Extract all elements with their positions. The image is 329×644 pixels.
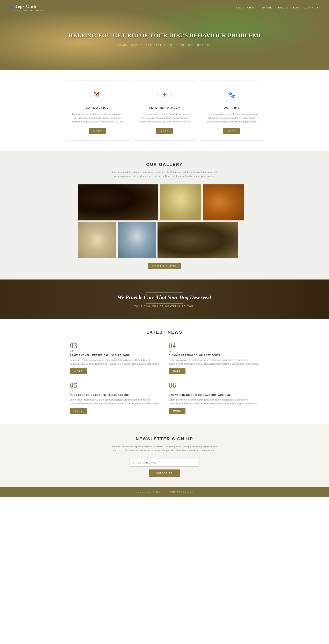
promo-banner: We Provide Care That Your Dog Deserves! …: [0, 280, 329, 318]
news-text-2: Lorem ipsum dolor sit amet, aterm come c…: [169, 358, 259, 366]
news-title-2: QUISQUE PRETIUM DOLOR EGET PORTA: [169, 354, 220, 356]
news-day-1: 03: [70, 342, 77, 349]
newsletter-section: NEWSLETTER SIGN UP Praesent vel ultrices…: [0, 424, 329, 487]
view-all-photos-button[interactable]: VIEW ALL PHOTOS: [148, 263, 181, 269]
news-text-4: Lorem ipsum dolor sit amet, aterm come c…: [169, 398, 259, 406]
news-item-3: 05 03 NUNC EGET ODIO LOBORTIS TELLUS LUC…: [70, 382, 160, 414]
hero-section: 🐾 Dogs Club A SITE FOR DOG LOVERS HOME /…: [0, 0, 329, 70]
gallery-image-4[interactable]: [78, 222, 116, 258]
nav-contacts[interactable]: CONTACTS: [303, 6, 321, 9]
newsletter-title: NEWSLETTER SIGN UP: [8, 436, 321, 441]
news-text-1: Lorem ipsum dolor sit amet, aterm come c…: [70, 358, 160, 366]
tips-paw-icon: 🐾: [225, 88, 239, 102]
news-more-button-4[interactable]: MORE: [169, 408, 185, 414]
vet-help-card: ✚ VETERINARY HELP Lorem ipsum dolor sit …: [133, 80, 196, 140]
care-advice-text: Lorem ipsum dolor sit amet, csectioetur …: [71, 112, 124, 124]
nav-breeds[interactable]: BREEDS: [276, 6, 290, 9]
privacy-policy-link[interactable]: PRIVACY POLICY: [170, 491, 193, 493]
vet-help-title: VETERINARY HELP: [138, 106, 191, 109]
banner-top-line: [146, 292, 183, 293]
news-day-3: 05: [70, 382, 77, 389]
news-item-2: 04 03 QUISQUE PRETIUM DOLOR EGET PORTA L…: [169, 342, 259, 374]
care-advice-more-button[interactable]: MORE: [89, 128, 106, 134]
news-date-4: 06 03: [169, 382, 176, 392]
nav-training[interactable]: TRAINING: [259, 6, 275, 9]
gallery-description: Lorem ipsum dolor sit amet, consectetur …: [107, 170, 222, 178]
news-date-3: 05 03: [70, 382, 77, 392]
dog-icon: 🐕: [90, 88, 104, 102]
main-navigation: 🐾 Dogs Club A SITE FOR DOG LOVERS HOME /…: [0, 0, 329, 15]
news-item-4: 06 03 NAM VENENATIS ORCI QUIS AUCTOR FAU…: [169, 382, 259, 414]
our-tips-title: OUR TIPS: [205, 106, 258, 109]
gallery-image-5[interactable]: [118, 222, 156, 258]
site-footer: DOGS CLUB © 2014 | PRIVACY POLICY: [0, 487, 329, 497]
news-month-3: 03: [70, 389, 73, 392]
our-tips-card: 🐾 OUR TIPS Lorem ipsum dolor sit amet, c…: [200, 80, 263, 140]
newsletter-form: SUBSCRIBE: [8, 459, 321, 477]
banner-title: We Provide Care That Your Dog Deserves!: [118, 294, 212, 300]
banner-bottom-line: [146, 303, 183, 304]
newsletter-description: Praesent vel ultrices sapien. Phasellus …: [109, 444, 220, 452]
vet-help-more-button[interactable]: MORE: [156, 128, 173, 134]
cross-icon: ✚: [157, 88, 172, 102]
services-section: 🐕 CARE ADVICE Lorem ipsum dolor sit amet…: [0, 70, 329, 151]
news-title-4: NAM VENENATIS ORCI QUIS AUCTOR FAUCIBUS.: [169, 394, 231, 396]
logo[interactable]: 🐾 Dogs Club A SITE FOR DOG LOVERS: [8, 4, 44, 12]
logo-tagline: A SITE FOR DOG LOVERS: [14, 10, 44, 12]
news-item-1: 03 03 PRAESENT VELL MEETER CALL SCELERIS…: [70, 342, 160, 374]
services-grid: 🐕 CARE ADVICE Lorem ipsum dolor sit amet…: [66, 80, 263, 140]
news-section: LATEST NEWS 03 03 PRAESENT VELL MEETER C…: [0, 318, 329, 424]
paw-icon: 🐾: [8, 4, 13, 9]
gallery-image-1[interactable]: [78, 184, 158, 220]
subscribe-button[interactable]: SUBSCRIBE: [149, 470, 180, 477]
our-tips-more-button[interactable]: MORE: [223, 128, 240, 134]
nav-links: HOME / ABOUT / TRAINING / BREEDS / BLOG …: [233, 6, 321, 9]
news-month-1: 03: [70, 349, 73, 352]
gallery-title: OUR GALLERY: [8, 162, 321, 167]
news-title-3: NUNC EGET ODIO LOBORTIS TELLUS LUCTUS: [70, 394, 129, 396]
news-more-button-1[interactable]: MORE: [70, 368, 87, 374]
vet-help-text: Lorem ipsum dolor sit amet, csectioetur …: [138, 112, 191, 124]
footer-separator: |: [166, 491, 166, 493]
banner-subtitle: Your dog will be grateful to you!: [134, 305, 195, 308]
news-more-button-3[interactable]: MORE: [70, 408, 87, 414]
news-title-1: PRAESENT VELL MEETER CALL SCELERISQUE.: [70, 354, 131, 356]
gallery-image-6[interactable]: [158, 222, 238, 258]
news-text-3: Lorem ipsum dolor sit amet, aterm come c…: [70, 398, 160, 406]
gallery-row-1: [78, 184, 251, 220]
gallery-image-3[interactable]: [203, 184, 244, 220]
gallery-grid: [78, 184, 251, 258]
email-input[interactable]: [130, 459, 199, 466]
news-title: LATEST NEWS: [12, 330, 317, 335]
news-date-2: 04 03: [169, 342, 176, 352]
nav-home[interactable]: HOME: [233, 6, 244, 9]
logo-name: 🐾 Dogs Club: [8, 4, 44, 9]
care-advice-title: CARE ADVICE: [71, 106, 124, 109]
news-more-button-2[interactable]: MORE: [169, 368, 185, 374]
gallery-section: OUR GALLERY Lorem ipsum dolor sit amet, …: [0, 151, 329, 280]
news-column-left: 03 03 PRAESENT VELL MEETER CALL SCELERIS…: [70, 342, 160, 414]
copyright-text: DOGS CLUB © 2014: [136, 491, 162, 493]
care-advice-card: 🐕 CARE ADVICE Lorem ipsum dolor sit amet…: [66, 80, 129, 140]
news-date-1: 03 03: [70, 342, 77, 352]
gallery-image-2[interactable]: [160, 184, 201, 220]
hero-subtitle: Learn how to take care about your dog's …: [68, 44, 261, 46]
hero-title: Helping you get rid of your dog's behavi…: [68, 32, 261, 39]
hero-content: Helping you get rid of your dog's behavi…: [68, 32, 261, 46]
news-month-4: 03: [169, 389, 171, 392]
news-month-2: 03: [169, 349, 171, 352]
news-day-4: 06: [169, 382, 176, 389]
news-column-right: 04 03 QUISQUE PRETIUM DOLOR EGET PORTA L…: [169, 342, 259, 414]
news-grid: 03 03 PRAESENT VELL MEETER CALL SCELERIS…: [70, 342, 259, 414]
news-day-2: 04: [169, 342, 176, 349]
gallery-row-2: [78, 222, 251, 258]
nav-blog[interactable]: BLOG: [291, 6, 302, 9]
nav-about[interactable]: ABOUT: [245, 6, 258, 9]
our-tips-text: Lorem ipsum dolor sit amet, csectioetur …: [205, 112, 258, 124]
